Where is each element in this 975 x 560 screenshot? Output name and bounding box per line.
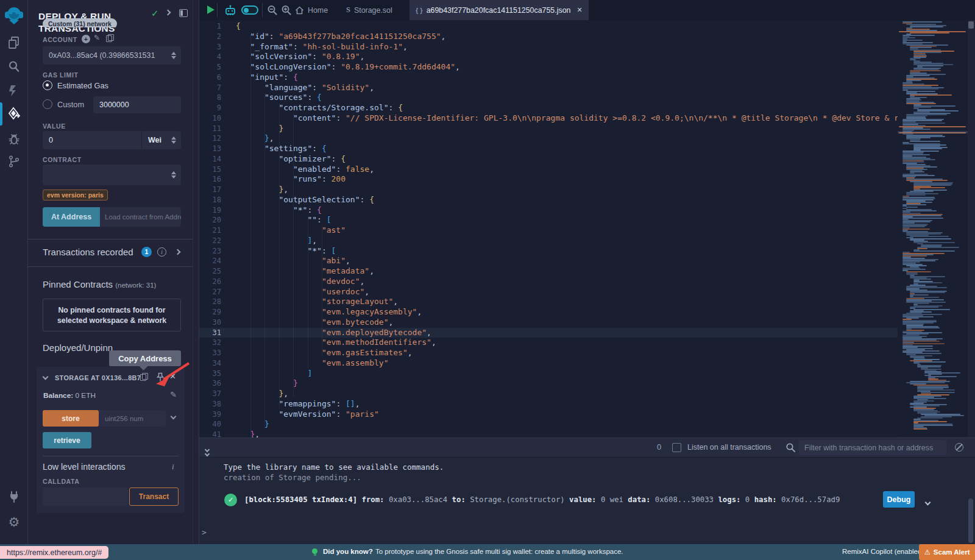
code-line: 6 "input": { [199,73,898,83]
code-line: 3 "_format": "hh-sol-build-info-1", [199,42,898,52]
code-line: 20 "": [ [199,215,898,225]
code-line: 9 "contracts/Storage.sol": { [199,103,898,113]
indent-guide [250,32,251,438]
terminal-prompt: > [202,528,207,537]
code-line: 15 "enabled": false, [199,165,898,175]
edit-account-icon[interactable]: ✎ [94,34,100,42]
store-button[interactable]: store [43,410,99,427]
zoom-out-icon[interactable] [267,5,278,16]
at-address-button[interactable]: At Address [43,207,100,227]
solidity-compiler-icon[interactable] [0,82,28,100]
code-editor[interactable]: 1{2 "id": "a69b43f277ba20fcac141151250ca… [199,20,898,438]
gas-limit-label: GAS LIMIT [43,71,78,79]
panel-layout-icon[interactable] [179,9,188,17]
deploy-run-icon[interactable] [0,105,28,123]
transactions-count-badge: 1 [141,247,152,257]
indent-guide [322,226,322,357]
copy-account-icon[interactable] [106,34,113,42]
close-tab-icon[interactable]: ✕ [576,6,582,14]
terminal-line: Type the library name to see available c… [224,463,444,472]
evm-version-badge: evm version: paris [43,190,108,200]
tab-home[interactable]: Home [295,0,328,20]
account-select[interactable]: 0xA03...85ac4 (0.39866531531 [43,46,181,65]
tx-success-icon[interactable]: ✓ [224,494,237,506]
ai-robot-icon[interactable] [224,4,236,16]
code-line: 11 } [199,124,898,134]
code-line: 39 "evmVersion": "paris" [199,409,898,420]
store-arg-input[interactable]: uint256 num [99,410,166,427]
git-branch-icon[interactable] [0,152,28,171]
custom-gas-radio[interactable] [43,99,52,109]
transaction-log[interactable]: [block:5583405 txIndex:4] from: 0xa03...… [244,495,840,504]
scam-alert-button[interactable]: ⚠ Scam Alert [919,544,975,560]
value-label: VALUE [43,122,66,130]
panel-collapse-icon[interactable] [165,10,171,16]
debug-button[interactable]: Debug [883,491,915,508]
load-contract-input[interactable]: Load contract from Addre [100,207,181,227]
tab-build-info-json[interactable]: { } a69b43f277ba20fcac141151250ca755.jso… [410,0,589,20]
listen-checkbox[interactable] [672,443,681,452]
account-stepper-icon[interactable] [171,52,176,59]
code-line: 40 } [199,419,898,430]
value-input[interactable]: 0 [43,131,141,149]
code-line: 23 "*": [ [199,246,898,257]
editor-scrollbar-thumb[interactable] [968,21,974,29]
debugger-bug-icon[interactable] [0,130,28,149]
code-line: 38 "remappings": [], [199,399,898,409]
code-lines: 1{2 "id": "a69b43f277ba20fcac141151250ca… [199,20,898,438]
copilot-toggle[interactable] [241,5,258,15]
minimap[interactable] [898,20,968,437]
code-line: 34 "evm.assembly" [199,358,898,369]
code-line: 5 "solcLongVersion": "0.8.19+commit.7dd6… [199,62,898,73]
estimated-gas-radio[interactable] [43,80,52,90]
custom-gas-input[interactable]: 3000000 [93,96,181,113]
tab-storage-sol[interactable]: S Storage.sol [346,0,392,20]
code-line: 27 "userdoc", [199,287,898,297]
status-bar: Did you know? To prototype using the Gno… [0,544,975,560]
add-account-icon[interactable]: + [82,35,90,43]
code-line: 13 "settings": { [199,144,898,154]
plugin-manager-plug-icon[interactable] [0,487,28,506]
value-unit-select[interactable]: Wei [142,131,181,149]
clear-console-icon[interactable] [955,443,963,452]
panel-scrollbar[interactable] [193,0,199,544]
pinned-contracts-title: Pinned Contracts (network: 31) [43,279,156,289]
contract-collapse-icon[interactable] [43,374,49,380]
indent-guide [279,104,280,408]
search-icon[interactable] [0,57,28,76]
file-explorer-icon[interactable] [0,34,28,52]
divider [43,456,179,456]
terminal-scrollbar-thumb[interactable] [968,498,973,543]
code-line: 33 "evm.gasEstimates", [199,348,898,358]
filter-input[interactable]: Filter with transaction hash or address [799,440,946,455]
transactions-expand-icon[interactable] [175,249,181,255]
terminal[interactable]: 0 Listen on all transactions Filter with… [199,438,975,544]
calldata-input[interactable] [43,487,128,506]
tx-expand-icon[interactable] [926,496,930,507]
transactions-info-icon[interactable]: i [157,247,166,257]
divider [28,266,193,267]
transact-button[interactable]: Transact [129,487,179,506]
panel-check-icon: ✓ [151,8,159,19]
deploy-run-panel: DEPLOY & RUN TRANSACTIONS ✓ Custom (31) … [28,0,193,544]
remix-logo[interactable] [0,4,28,28]
contract-stepper-icon[interactable] [171,171,176,179]
lowlevel-info-icon[interactable]: i [172,462,174,472]
edit-balance-icon[interactable]: ✎ [170,390,177,399]
contract-label: CONTRACT [43,156,82,163]
zoom-in-icon[interactable] [281,5,292,16]
unit-stepper-icon[interactable] [171,136,176,144]
settings-gear-icon[interactable]: ⚙ [0,513,28,531]
no-pinned-contracts-box: No pinned contracts found for selected w… [43,299,181,331]
store-expand-icon[interactable] [171,414,177,420]
code-line: 14 "optimizer": { [199,154,898,165]
code-line: 21 "ast" [199,225,898,236]
json-file-icon: { } [416,7,423,14]
retrieve-button[interactable]: retrieve [43,432,91,448]
code-line: 35 ] [199,369,898,379]
terminal-collapse-icon[interactable] [205,443,209,456]
network-badge: Custom (31) network [43,18,117,27]
run-script-play-icon[interactable] [207,5,214,14]
indent-guide [308,216,308,369]
contract-select[interactable] [43,165,181,185]
